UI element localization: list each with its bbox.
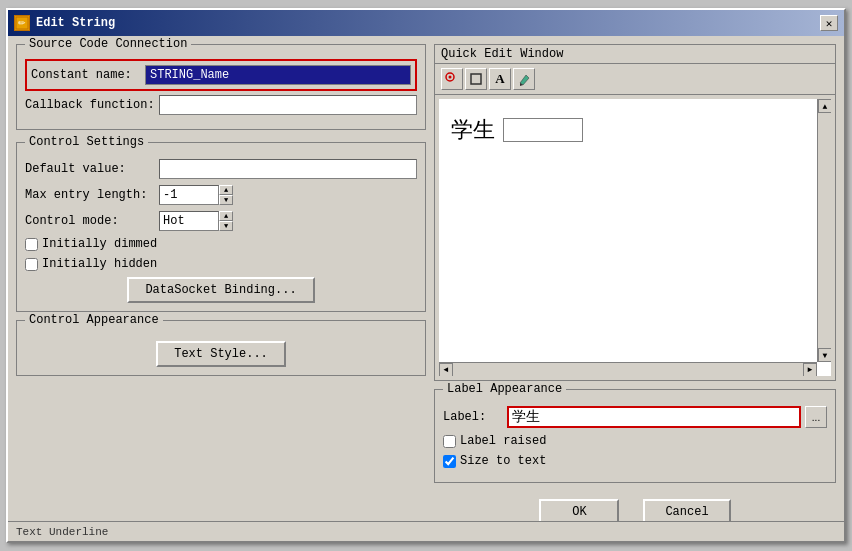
label-raised-label: Label raised	[460, 434, 546, 448]
text-style-button[interactable]: Text Style...	[156, 341, 286, 367]
text-tool-button[interactable]: A	[489, 68, 511, 90]
close-button[interactable]: ✕	[820, 15, 838, 31]
max-entry-row: Max entry length: ▲ ▼	[25, 185, 417, 205]
control-mode-spin-wrapper: ▲ ▼	[159, 211, 417, 231]
default-value-label: Default value:	[25, 162, 155, 176]
label-raised-checkbox[interactable]	[443, 435, 456, 448]
control-appearance-label: Control Appearance	[25, 313, 163, 327]
label-browse-button[interactable]: ...	[805, 406, 827, 428]
status-bar: Text Underline	[8, 521, 844, 541]
scroll-down-arrow[interactable]: ▼	[818, 348, 831, 362]
control-mode-spin-down[interactable]: ▼	[219, 221, 233, 231]
quick-edit-canvas[interactable]: 学生 ▲ ▼ ◄ ►	[439, 99, 831, 376]
callback-input[interactable]	[159, 95, 417, 115]
max-entry-spin-down[interactable]: ▼	[219, 195, 233, 205]
rect-tool-button[interactable]	[465, 68, 487, 90]
canvas-content: 学生	[439, 99, 831, 161]
label-field-input[interactable]	[507, 406, 801, 428]
quick-edit-title: Quick Edit Window	[435, 45, 835, 64]
source-code-label: Source Code Connection	[25, 37, 191, 51]
callback-row: Callback function:	[25, 95, 417, 115]
right-panel: Quick Edit Window A	[434, 44, 836, 533]
scroll-right-arrow[interactable]: ►	[803, 363, 817, 377]
label-raised-row: Label raised	[443, 434, 827, 448]
control-mode-input[interactable]	[159, 211, 219, 231]
datasocket-row: DataSocket Binding...	[25, 277, 417, 303]
svg-rect-4	[471, 74, 481, 84]
control-appearance-group: Control Appearance Text Style...	[16, 320, 426, 376]
pencil-tool-button[interactable]	[513, 68, 535, 90]
scroll-left-arrow[interactable]: ◄	[439, 363, 453, 377]
constant-name-highlight: Constant name:	[25, 59, 417, 91]
size-to-text-label: Size to text	[460, 454, 546, 468]
dialog-body: Source Code Connection Constant name: Ca…	[8, 36, 844, 541]
size-to-text-row: Size to text	[443, 454, 827, 468]
max-entry-spin-up[interactable]: ▲	[219, 185, 233, 195]
label-field-label: Label:	[443, 410, 503, 424]
control-settings-group: Control Settings Default value: Max entr…	[16, 142, 426, 312]
max-entry-label: Max entry length:	[25, 188, 155, 202]
constant-name-input[interactable]	[145, 65, 411, 85]
max-entry-spin-buttons: ▲ ▼	[219, 185, 233, 205]
canvas-scrollbar-vertical[interactable]: ▲ ▼	[817, 99, 831, 362]
left-panel: Source Code Connection Constant name: Ca…	[16, 44, 426, 533]
default-value-input[interactable]	[159, 159, 417, 179]
control-settings-label: Control Settings	[25, 135, 148, 149]
datasocket-button[interactable]: DataSocket Binding...	[127, 277, 314, 303]
svg-text:✏: ✏	[18, 18, 26, 28]
canvas-scrollbar-horizontal[interactable]: ◄ ►	[439, 362, 817, 376]
svg-point-3	[449, 76, 452, 79]
source-code-group: Source Code Connection Constant name: Ca…	[16, 44, 426, 130]
dialog-title: Edit String	[36, 16, 115, 30]
callback-label: Callback function:	[25, 98, 155, 112]
canvas-chinese-text: 学生	[451, 115, 495, 145]
text-style-row: Text Style...	[25, 341, 417, 367]
label-field-row: Label: ...	[443, 406, 827, 428]
initially-hidden-label: Initially hidden	[42, 257, 157, 271]
canvas-string-input	[503, 118, 583, 142]
default-value-row: Default value:	[25, 159, 417, 179]
initially-dimmed-label: Initially dimmed	[42, 237, 157, 251]
max-entry-input[interactable]	[159, 185, 219, 205]
control-mode-spin-up[interactable]: ▲	[219, 211, 233, 221]
label-appearance-group: Label Appearance Label: ... Label raised…	[434, 389, 836, 483]
initially-hidden-row: Initially hidden	[25, 257, 417, 271]
control-mode-label: Control mode:	[25, 214, 155, 228]
size-to-text-checkbox[interactable]	[443, 455, 456, 468]
max-entry-spin-wrapper: ▲ ▼	[159, 185, 417, 205]
status-text: Text Underline	[16, 526, 108, 538]
edit-string-dialog: ✏ Edit String ✕ Source Code Connection C…	[6, 8, 846, 543]
initially-dimmed-row: Initially dimmed	[25, 237, 417, 251]
scroll-up-arrow[interactable]: ▲	[818, 99, 831, 113]
control-mode-spin-buttons: ▲ ▼	[219, 211, 233, 231]
title-bar-left: ✏ Edit String	[14, 15, 115, 31]
quick-edit-group: Quick Edit Window A	[434, 44, 836, 381]
dialog-icon: ✏	[14, 15, 30, 31]
initially-hidden-checkbox[interactable]	[25, 258, 38, 271]
label-appearance-title: Label Appearance	[443, 382, 566, 396]
constant-name-label: Constant name:	[31, 68, 141, 82]
initially-dimmed-checkbox[interactable]	[25, 238, 38, 251]
quick-edit-toolbar: A	[435, 64, 835, 95]
control-mode-row: Control mode: ▲ ▼	[25, 211, 417, 231]
cursor-tool-button[interactable]	[441, 68, 463, 90]
title-bar: ✏ Edit String ✕	[8, 10, 844, 36]
